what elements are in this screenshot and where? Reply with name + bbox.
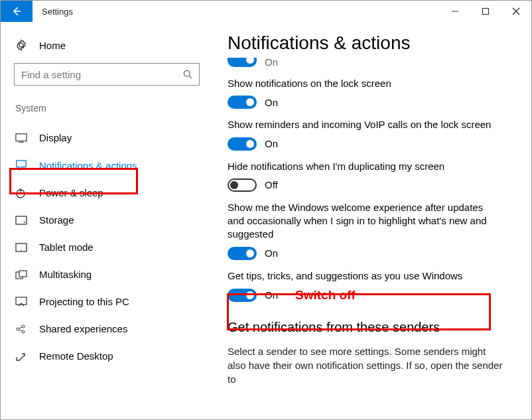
senders-heading: Get notifications from these senders <box>228 320 517 335</box>
svg-point-7 <box>21 249 22 251</box>
close-button[interactable] <box>501 1 531 22</box>
toggle-switch[interactable] <box>228 58 257 67</box>
main-panel: Notifications & actions On Show notifica… <box>213 22 531 419</box>
sidebar-item-display[interactable]: Display <box>14 124 209 151</box>
sidebar-item-label: Storage <box>39 214 74 226</box>
cutoff-toggle-row: On <box>228 56 517 68</box>
search-icon <box>183 70 192 79</box>
svg-point-12 <box>22 325 25 328</box>
arrow-left-icon <box>11 6 22 17</box>
sidebar-item-notifications[interactable]: Notifications & actions <box>14 151 209 179</box>
setting-desc: Show notifications on the lock screen <box>228 77 499 90</box>
setting-welcome-experience: Show me the Windows welcome experience a… <box>228 201 517 260</box>
svg-rect-0 <box>483 9 489 15</box>
toggle-state: Off <box>265 179 278 190</box>
sidebar-item-label: Multitasking <box>39 269 92 280</box>
toggle-switch[interactable] <box>228 96 257 109</box>
sidebar-item-power[interactable]: Power & sleep <box>14 179 209 206</box>
sidebar-item-multitasking[interactable]: Multitasking <box>14 261 209 288</box>
toggle-state: On <box>265 289 278 301</box>
maximize-button[interactable] <box>470 1 501 22</box>
sidebar-item-label: Remote Desktop <box>39 350 113 362</box>
minimize-icon <box>451 7 459 15</box>
sidebar-item-shared[interactable]: Shared experiences <box>14 315 209 342</box>
titlebar: Settings <box>1 1 531 22</box>
svg-point-11 <box>17 328 19 330</box>
toggle-switch[interactable] <box>228 137 257 151</box>
minimize-button[interactable] <box>440 1 470 22</box>
remote-icon <box>15 351 29 362</box>
svg-rect-4 <box>16 216 27 224</box>
sidebar-item-projecting[interactable]: Projecting to this PC <box>14 288 209 315</box>
annotation-text: Switch off <box>295 288 356 303</box>
setting-hide-duplicating: Hide notifications when I'm duplicating … <box>228 160 517 192</box>
search-field[interactable] <box>21 69 183 80</box>
sidebar-item-storage[interactable]: Storage <box>14 206 209 234</box>
setting-desc: Get tips, tricks, and suggestions as you… <box>228 269 499 283</box>
maximize-icon <box>482 7 490 15</box>
svg-rect-2 <box>16 133 27 141</box>
sidebar-item-label: Shared experiences <box>39 323 127 334</box>
toggle-switch[interactable] <box>228 289 257 302</box>
tablet-icon <box>15 243 29 252</box>
setting-desc: Show me the Windows welcome experience a… <box>228 201 499 242</box>
senders-body: Select a sender to see more settings. So… <box>228 344 506 386</box>
toggle-state: On <box>265 56 278 68</box>
home-link[interactable]: Home <box>14 35 209 63</box>
toggle-state: On <box>265 97 278 108</box>
sidebar-item-remote[interactable]: Remote Desktop <box>14 342 209 370</box>
sidebar-item-label: Display <box>39 132 72 143</box>
gear-icon <box>15 39 29 51</box>
toggle-switch[interactable] <box>228 247 257 260</box>
svg-point-1 <box>184 70 190 76</box>
sidebar-item-label: Projecting to this PC <box>39 296 129 307</box>
sidebar-item-label: Notifications & actions <box>39 160 137 171</box>
setting-desc: Hide notifications when I'm duplicating … <box>228 160 499 173</box>
search-input[interactable] <box>14 63 200 86</box>
multitasking-icon <box>15 270 29 279</box>
close-icon <box>512 7 520 15</box>
sidebar-item-label: Tablet mode <box>39 242 94 253</box>
setting-tips-tricks: Get tips, tricks, and suggestions as you… <box>228 269 517 303</box>
window-controls <box>440 1 531 22</box>
notification-icon <box>15 159 29 171</box>
sidebar: Home System Display Notifications & acti… <box>1 22 213 419</box>
toggle-switch[interactable] <box>228 178 257 192</box>
storage-icon <box>15 216 29 225</box>
power-icon <box>15 188 29 198</box>
projecting-icon <box>15 297 29 307</box>
display-icon <box>15 133 29 143</box>
back-button[interactable] <box>1 1 33 22</box>
sidebar-item-label: Power & sleep <box>39 187 103 198</box>
group-label: System <box>15 103 209 113</box>
sidebar-item-tablet[interactable]: Tablet mode <box>14 234 209 261</box>
toggle-state: On <box>265 138 278 149</box>
svg-point-5 <box>24 222 25 223</box>
window-title: Settings <box>42 7 73 17</box>
toggle-state: On <box>265 247 278 259</box>
setting-lock-screen-notifications: Show notifications on the lock screen On <box>228 77 517 109</box>
setting-desc: Show reminders and incoming VoIP calls o… <box>228 118 499 131</box>
page-title: Notifications & actions <box>228 33 517 54</box>
home-label: Home <box>39 40 66 51</box>
setting-lock-screen-reminders: Show reminders and incoming VoIP calls o… <box>228 118 517 150</box>
svg-point-13 <box>22 330 25 333</box>
share-icon <box>15 324 29 334</box>
svg-rect-9 <box>19 271 27 277</box>
